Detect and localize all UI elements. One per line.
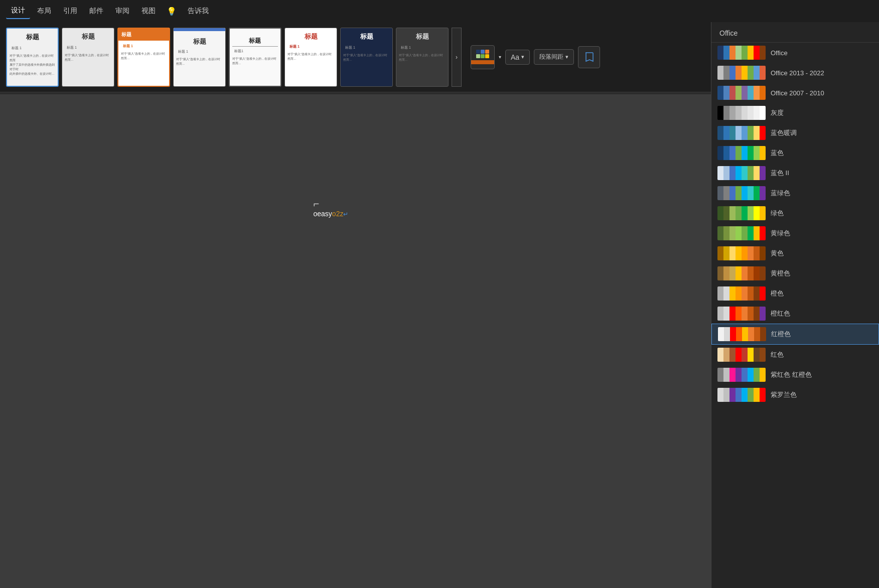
swatch [754, 66, 760, 80]
swatch [748, 348, 754, 362]
menu-item-references[interactable]: 引用 [58, 4, 82, 19]
swatch [742, 348, 748, 362]
color-scheme-row[interactable]: 黄橙色 [711, 263, 879, 283]
spacing-button[interactable]: 段落间距 ▾ [534, 49, 574, 65]
color-scheme-row[interactable]: 蓝色暖调 [711, 123, 879, 143]
color-scheme-row[interactable]: 绿色 [711, 203, 879, 223]
theme-thumb-5[interactable]: 标题 标题1 对于"插入"选项卡上的，在设计时然而... [229, 28, 281, 87]
panel-header: Office [711, 22, 879, 43]
document-effects-button[interactable] [578, 46, 600, 68]
menu-item-view[interactable]: 视图 [136, 4, 161, 19]
swatch [736, 266, 742, 280]
scheme-name: 灰度 [771, 108, 873, 117]
ribbon-more-button[interactable]: › [452, 28, 462, 87]
swatch [736, 66, 742, 80]
swatch [748, 246, 754, 260]
scheme-swatches [717, 186, 766, 200]
swatch [754, 226, 760, 240]
swatch [736, 46, 742, 60]
color-scheme-row[interactable]: 灰度 [711, 103, 879, 123]
menu-item-layout[interactable]: 布局 [32, 4, 56, 19]
scheme-swatches [717, 86, 766, 100]
swatch [754, 327, 760, 341]
swatch [742, 206, 748, 220]
swatch [717, 368, 723, 382]
swatch [736, 166, 742, 180]
swatch [729, 166, 736, 180]
swatch [723, 307, 729, 321]
swatch [729, 368, 736, 382]
ribbon-controls: ▾ Aa ▾ 段落间距 ▾ [471, 45, 600, 69]
theme-thumb-3[interactable]: 标题 标题 1 对于"插入"选项卡上的，在设计时然而... [117, 28, 170, 87]
menu-item-review[interactable]: 审阅 [110, 4, 134, 19]
color-scheme-row[interactable]: Office 2007 - 2010 [711, 83, 879, 103]
color-scheme-row[interactable]: 蓝色 II [711, 163, 879, 183]
swatch [723, 86, 729, 100]
color-scheme-row[interactable]: 蓝色 [711, 143, 879, 163]
swatch [717, 106, 723, 120]
swatch [748, 146, 754, 160]
menubar: 设计 布局 引用 邮件 审阅 视图 💡 告诉我 [0, 0, 879, 22]
swatch [760, 106, 766, 120]
scheme-name: Office [771, 49, 873, 57]
color-scheme-row[interactable]: 蓝绿色 [711, 183, 879, 203]
scheme-swatches [717, 307, 766, 321]
scheme-swatches [717, 166, 766, 180]
swatch [736, 226, 742, 240]
thumb-label-1: 标题 [24, 29, 41, 44]
swatch [754, 46, 760, 60]
color-scheme-row[interactable]: 黄绿色 [711, 223, 879, 243]
scheme-swatches [717, 368, 766, 382]
swatch [754, 348, 760, 362]
color-theme-dropdown[interactable]: ▾ [499, 54, 501, 60]
menu-item-mail[interactable]: 邮件 [84, 4, 108, 19]
thumb-label-4: 标题 [191, 33, 208, 48]
color-scheme-row[interactable]: 紫罗兰色 [711, 385, 879, 405]
font-selector-button[interactable]: Aa ▾ [505, 50, 530, 65]
swatch [748, 106, 754, 120]
swatch [717, 286, 723, 301]
document-canvas[interactable]: ⌐ oeasyo2z↵ [235, 124, 476, 295]
color-scheme-row[interactable]: Office [711, 43, 879, 63]
swatch [736, 327, 742, 341]
swatch [742, 86, 748, 100]
color-scheme-row[interactable]: 红色 [711, 345, 879, 365]
color-scheme-row[interactable]: 红橙色 [711, 324, 879, 345]
theme-thumb-6[interactable]: 标题 标题 1 对于"插入"选项卡上的，在设计时然而... [284, 28, 337, 87]
swatch [729, 286, 736, 301]
swatch [748, 46, 754, 60]
color-scheme-row[interactable]: 橙红色 [711, 304, 879, 324]
color-scheme-row[interactable]: 紫红色 红橙色 [711, 365, 879, 385]
swatch [723, 388, 729, 402]
swatch [748, 368, 754, 382]
swatch [742, 226, 748, 240]
swatch [760, 368, 766, 382]
swatch [760, 206, 766, 220]
lightbulb-icon[interactable]: 💡 [163, 4, 181, 19]
scheme-name: Office 2007 - 2010 [771, 89, 873, 97]
swatch [760, 307, 766, 321]
theme-thumb-8[interactable]: 标题 标题 1 对于"插入"选项卡上的，在设计时然而... [396, 28, 449, 87]
color-scheme-row[interactable]: 橙色 [711, 283, 879, 304]
menu-item-design[interactable]: 设计 [6, 3, 30, 19]
menu-item-tellme[interactable]: 告诉我 [183, 4, 214, 19]
color-theme-button[interactable] [471, 45, 495, 69]
scheme-swatches [717, 246, 766, 260]
scheme-swatches [717, 46, 766, 60]
swatch [754, 266, 760, 280]
scheme-name: 紫罗兰色 [771, 390, 873, 399]
swatch [736, 206, 742, 220]
color-scheme-row[interactable]: Office 2013 - 2022 [711, 63, 879, 83]
theme-thumb-7[interactable]: 标题 标题 1 对于"插入"选项卡上的，在设计时然而... [340, 28, 393, 87]
theme-thumb-1[interactable]: 标题 标题 1 对于"插入"选项卡上的，在设计时然而属于了其中的选项卡外插外插选… [6, 28, 59, 87]
main-content: ⌐ oeasyo2z↵ [0, 94, 711, 588]
swatch [742, 186, 748, 200]
color-scheme-row[interactable]: 黄色 [711, 243, 879, 263]
color-swatch-1 [476, 50, 480, 54]
swatch [736, 146, 742, 160]
theme-thumb-4[interactable]: 标题 标题 1 对于"插入"选项卡上的，在设计时然而... [173, 28, 226, 87]
swatch [717, 46, 723, 60]
swatch [754, 166, 760, 180]
theme-thumb-2[interactable]: 标题 标题 1 对于"插入"选项卡上的，在设计时然而... [62, 28, 114, 87]
swatch [748, 286, 754, 301]
